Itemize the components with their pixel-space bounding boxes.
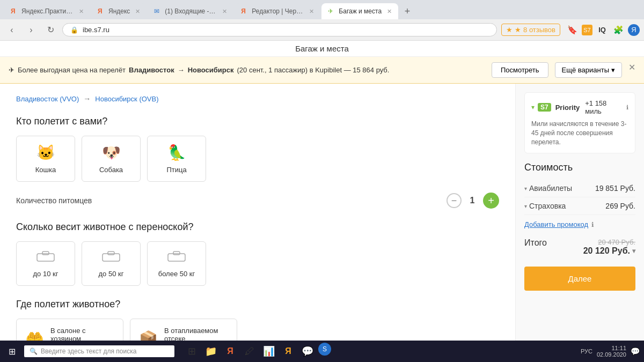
new-tab-button[interactable]: + <box>399 3 415 19</box>
address-text: ibe.s7.ru <box>83 26 109 34</box>
cargo-info: В отапливаемом отсеке 4 000 Руб. <box>164 327 228 341</box>
notification-icon[interactable]: 💬 <box>631 347 640 356</box>
chevron-down-icon: ▾ <box>611 66 615 74</box>
page-title-bar: Багаж и места <box>0 41 644 57</box>
reviews-text: ★ 8 отзывов <box>515 26 555 34</box>
weight-card-10[interactable]: до 10 кг <box>16 241 75 286</box>
breadcrumb-from[interactable]: Владивосток (VVO) <box>16 95 79 103</box>
search-placeholder: Введите здесь текст для поиска <box>41 348 136 355</box>
weight-label-more50: более 50 кг <box>158 270 195 278</box>
taskbar-app-explorer[interactable]: 📁 <box>202 343 219 360</box>
browser-body: Багаж и места ✈ Более выгодная цена на п… <box>0 41 644 341</box>
cabin-name: В салоне с хозяином <box>50 327 114 341</box>
taskbar-app-pen[interactable]: 🖊 <box>241 343 258 360</box>
tab-bar: Я Яндекс.Практикум ✕ Я Яндекс ✕ ✉ (1) Вх… <box>0 0 644 19</box>
tab-title-2: Яндекс <box>108 8 130 15</box>
taskbar-apps: ⊞ 📁 Я 🖊 📊 Я 💬 S <box>183 343 331 360</box>
address-input[interactable]: 🔒 ibe.s7.ru <box>62 23 497 36</box>
address-bar: ‹ › ↻ 🔒 ibe.s7.ru ★ ★ 8 отзывов 🔖 S7 IQ … <box>0 19 644 41</box>
insurance-value: 269 Руб. <box>605 202 635 210</box>
svg-rect-5 <box>173 252 180 255</box>
tab-close-1[interactable]: ✕ <box>79 8 84 15</box>
tickets-label-text: Авиабилеты <box>529 184 572 193</box>
notification-to: Новосибирск <box>188 66 234 74</box>
content-left: Владивосток (VVO) → Новосибирск (OVB) Кт… <box>0 84 515 341</box>
reviews-badge[interactable]: ★ ★ 8 отзывов <box>501 24 560 36</box>
tab-close-2[interactable]: ✕ <box>135 8 140 15</box>
priority-label: Priority <box>555 104 580 112</box>
browser-frame: Я Яндекс.Практикум ✕ Я Яндекс ✕ ✉ (1) Вх… <box>0 0 644 362</box>
tab-close-3[interactable]: ✕ <box>222 8 227 15</box>
taskbar-app-yandex[interactable]: Я <box>222 343 239 360</box>
next-button[interactable]: Далее <box>524 267 635 291</box>
tab-mail[interactable]: ✉ (1) Входящие - Почта Mail.r... ✕ <box>148 3 233 19</box>
tab-yandex-praktikum[interactable]: Я Яндекс.Практикум ✕ <box>4 3 90 19</box>
taskbar-time: 11:11 02.09.2020 <box>597 345 626 358</box>
counter-controls: − 1 + <box>447 193 499 209</box>
taskbar-search[interactable]: 🔍 Введите здесь текст для поиска <box>24 345 174 357</box>
bird-label: Птица <box>166 166 186 174</box>
back-button[interactable]: ‹ <box>4 23 19 38</box>
weight-label-50: до 50 кг <box>99 270 124 278</box>
total-dropdown-icon[interactable]: ▾ <box>632 247 635 255</box>
tab-icon-4: Я <box>241 8 248 15</box>
taskbar-app-blue[interactable]: S <box>318 343 331 356</box>
counter-minus-button[interactable]: − <box>447 193 462 208</box>
close-notification-icon[interactable]: ✕ <box>628 62 635 78</box>
priority-info-icon[interactable]: ℹ <box>626 104 628 111</box>
star-icon: ★ <box>506 26 513 34</box>
location-card-cargo[interactable]: 📦 В отапливаемом отсеке 4 000 Руб. <box>130 319 237 341</box>
promo-info-icon[interactable]: ℹ <box>591 221 594 228</box>
cabin-icon: 🤲 <box>25 330 44 341</box>
location-section-title: Где полетит животное? <box>16 299 499 310</box>
promo-link[interactable]: Добавить промокод <box>524 220 588 228</box>
forward-button[interactable]: › <box>24 23 39 38</box>
refresh-button[interactable]: ↻ <box>43 23 58 38</box>
weight-card-50[interactable]: до 50 кг <box>82 241 141 286</box>
tab-close-5[interactable]: ✕ <box>387 8 392 15</box>
pet-counter-row: Количество питомцев − 1 + <box>16 193 499 209</box>
pet-card-bird[interactable]: 🦜 Птица <box>147 136 206 182</box>
extension-icon-1[interactable]: S7 <box>582 25 592 35</box>
notification-arrow: → <box>178 66 185 74</box>
tab-baggage[interactable]: ✈ Багаж и места ✕ <box>321 3 398 19</box>
priority-miles-value: +1 158 миль <box>585 99 621 115</box>
cargo-name: В отапливаемом отсеке <box>164 327 228 341</box>
priority-chevron-icon[interactable]: ▾ <box>531 104 535 111</box>
tab-editor[interactable]: Я Редактор | Черновик | Янде... ✕ <box>235 3 320 19</box>
weight-cards: до 10 кг до 50 кг <box>16 241 499 286</box>
time-display: 11:11 <box>597 345 626 351</box>
location-card-cabin[interactable]: 🤲 В салоне с хозяином 4 000 Руб. <box>16 319 123 341</box>
taskbar-app-grid[interactable]: ⊞ <box>183 343 200 360</box>
breadcrumb-to[interactable]: Новосибирск (OVB) <box>95 95 158 103</box>
weight-icon-10 <box>36 249 55 265</box>
tab-close-4[interactable]: ✕ <box>309 8 314 15</box>
extensions-icon[interactable]: 🧩 <box>612 24 625 36</box>
more-variants-button[interactable]: Ещё варианты ▾ <box>555 62 622 78</box>
notification-text: ✈ Более выгодная цена на перелёт Владиво… <box>9 66 389 74</box>
user-icon[interactable]: Я <box>628 24 640 36</box>
tab-icon-3: ✉ <box>154 8 162 15</box>
tab-title-1: Яндекс.Практикум <box>21 8 74 15</box>
bookmark-icon[interactable]: 🔖 <box>566 24 579 36</box>
notification-from: Владивосток <box>129 66 174 74</box>
view-button[interactable]: Посмотреть <box>492 62 548 78</box>
total-label: Итого <box>524 238 547 248</box>
pet-card-cat[interactable]: 🐱 Кошка <box>16 136 75 182</box>
pet-card-dog[interactable]: 🐶 Собака <box>82 136 141 182</box>
weight-card-more50[interactable]: более 50 кг <box>147 241 206 286</box>
notification-prefix: Более выгодная цена на перелёт <box>18 66 126 74</box>
iq-icon[interactable]: IQ <box>596 24 609 36</box>
taskbar-app-whatsapp[interactable]: 💬 <box>299 343 316 360</box>
toolbar-icons: 🔖 S7 IQ 🧩 Я <box>566 24 640 36</box>
tab-yandex[interactable]: Я Яндекс ✕ <box>91 3 147 19</box>
start-button[interactable]: ⊞ <box>4 344 20 359</box>
cost-row-insurance: ▾ Страховка 269 Руб. <box>524 197 635 215</box>
counter-plus-button[interactable]: + <box>483 193 499 209</box>
main-area: Владивосток (VVO) → Новосибирск (OVB) Кт… <box>0 84 644 341</box>
total-new-amount: 20 120 Руб. <box>583 246 630 256</box>
tab-title-3: (1) Входящие - Почта Mail.r... <box>165 8 217 15</box>
taskbar-app-excel[interactable]: 📊 <box>260 343 277 360</box>
taskbar-app-ya2[interactable]: Я <box>280 343 297 360</box>
total-values: 20 470 Руб. 20 120 Руб. ▾ <box>583 238 635 256</box>
